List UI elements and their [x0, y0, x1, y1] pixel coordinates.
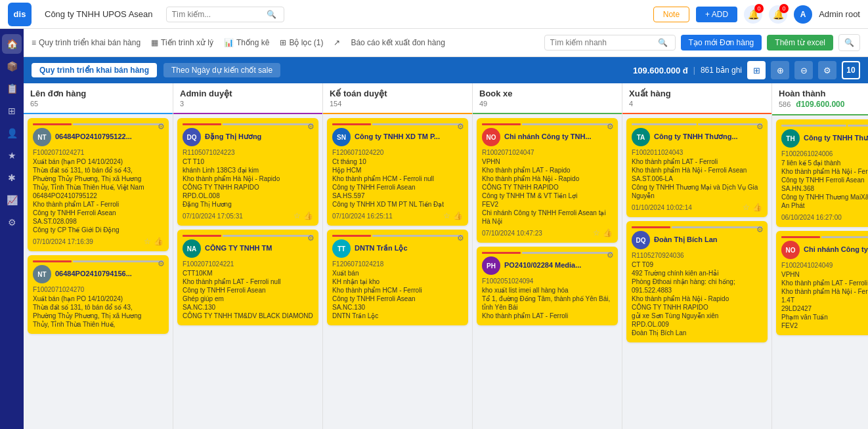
card-line: VPHN	[781, 270, 868, 279]
card-gear-icon[interactable]: ⚙	[158, 122, 165, 131]
card-c5[interactable]: ⚙SNCông ty TNHH XD TM P...F1206071024220…	[327, 118, 468, 226]
notifications-icon[interactable]: 🔔 0	[744, 5, 762, 24]
list-icon: ≡	[32, 38, 36, 47]
card-line: SA.HN.368	[781, 184, 868, 193]
sidebar-list[interactable]: 📋	[2, 79, 22, 98]
sidebar-users[interactable]: 👤	[2, 123, 22, 143]
thumb-icon[interactable]: 👍	[752, 203, 762, 212]
card-gear-icon[interactable]: ⚙	[457, 234, 464, 243]
star-icon[interactable]: ☆	[743, 203, 750, 212]
toolbar-process[interactable]: ≡ Quy trình triển khai bán hàng	[32, 38, 141, 47]
card-code: F1002071024271	[33, 149, 163, 156]
sidebar-home[interactable]: 🏠	[2, 34, 22, 54]
card-gear-icon[interactable]: ⚙	[158, 259, 165, 268]
add-button[interactable]: + ADD	[696, 7, 737, 22]
card-line: CÔNG TY TNHH RAPIDO	[183, 183, 313, 192]
admin-name[interactable]: Admin root	[819, 9, 860, 19]
star-icon[interactable]: ☆	[593, 228, 600, 237]
search-input[interactable]	[172, 10, 264, 19]
card-gear-icon[interactable]: ⚙	[607, 122, 614, 131]
star-icon[interactable]: ☆	[144, 237, 151, 246]
card-line: SA.NC.130	[332, 303, 463, 312]
col-count-admin-duyet: 3	[180, 100, 184, 108]
sidebar-settings[interactable]: ⚙	[2, 213, 22, 232]
card-line: Kho thành phẩm LAT - Ferroli null	[183, 277, 313, 286]
quick-search[interactable]: 🔍	[544, 35, 676, 51]
star-icon[interactable]: ☆	[293, 211, 301, 220]
card-gear-icon[interactable]: ⚙	[756, 122, 764, 131]
sub-toolbar-process[interactable]: Quy trình triển khai bán hàng	[32, 63, 157, 77]
quick-search-input[interactable]	[550, 38, 655, 47]
grid-view-button[interactable]: ⊞	[747, 61, 766, 79]
card-name: Công ty TNHH Thương...	[804, 134, 868, 142]
card-gear-icon[interactable]: ⚙	[307, 122, 315, 131]
card-c7[interactable]: ⚙NOChi nhánh Công ty TNH...R100207102404…	[477, 118, 618, 243]
zoom-out-button[interactable]: ⊖	[794, 61, 813, 79]
sidebar-star[interactable]: ★	[2, 146, 22, 165]
card-gear-icon[interactable]: ⚙	[307, 234, 315, 243]
card-name: PO2410/02284 Media...	[504, 261, 613, 270]
kanban-column-hoan-thanh: Hoàn thành 586 đ109.600.000 ⚙THCông ty T…	[772, 83, 868, 429]
col-title-ke-toan-duyet: Kế toán duyệt	[330, 89, 387, 98]
toolbar-report[interactable]: Báo cáo kết xuất đon hàng	[351, 38, 445, 47]
card-c12[interactable]: ⚙NOChi nhánh Công ty TNH...F100204102404…	[776, 231, 868, 335]
card-name: 06484PO2410795122...	[55, 133, 163, 141]
zoom-in-button[interactable]: ⊕	[771, 61, 789, 79]
settings-view-button[interactable]: ⚙	[818, 61, 836, 79]
card-line: Kho thành phẩm Hà Nội - Ferroli Asean	[632, 166, 762, 174]
export-icon: ↗	[334, 38, 340, 47]
create-order-button[interactable]: Tạo mới Đơn hàng	[681, 35, 762, 51]
avatar[interactable]: A	[794, 5, 812, 24]
sidebar-chart[interactable]: 📈	[2, 190, 22, 210]
card-name: Chi nhánh Công ty TNH...	[804, 245, 868, 254]
card-c1[interactable]: ⚙NT06484PO2410795122...F1002071024271Xuấ…	[28, 118, 169, 251]
thumb-icon[interactable]: 👍	[303, 211, 313, 220]
card-c10[interactable]: ⚙DQĐoàn Thị Bích LanR1105270924036CT T09…	[626, 221, 768, 342]
col-body-len-don-hang: ⚙NT06484PO2410795122...F1002071024271Xuấ…	[24, 114, 173, 429]
toolbar-progress[interactable]: ▦ Tiến trình xử lý	[151, 38, 213, 47]
card-c4[interactable]: ⚙NACÔNG TY TNHH TMF1002071024221CTT10KMK…	[177, 230, 318, 325]
sub-toolbar-date-tag[interactable]: Theo Ngày dự kiến chốt sale	[163, 63, 280, 77]
card-line: Hộp HCM	[332, 166, 463, 174]
card-c3[interactable]: ⚙DQĐặng Thị HươngR1105071024223CT T10khá…	[177, 118, 318, 226]
card-line: Phường Thủy Phương, Thị xã Hương	[33, 174, 163, 183]
card-gear-icon[interactable]: ⚙	[457, 122, 464, 131]
card-c9[interactable]: ⚙TACông ty TNHH Thương...F1002011024043K…	[626, 118, 768, 217]
card-gear-icon[interactable]: ⚙	[756, 225, 764, 234]
app-logo[interactable]: dis	[8, 3, 32, 26]
card-footer: 01/10/2024 10:02:14 ☆ 👍	[632, 203, 762, 212]
card-gear-icon[interactable]: ⚙	[607, 251, 614, 260]
card-c6[interactable]: ⚙TTDNTN Trần LộcF1206071024218Xuất bánKH…	[327, 230, 468, 325]
navbar-search[interactable]: 🔍	[166, 7, 284, 22]
card-line: Kho thành phẩm Hà Nội - Rapido	[482, 174, 613, 183]
card-c2[interactable]: ⚙NT06484PO2410794156...F1002071024270Xuấ…	[28, 255, 169, 334]
alerts-icon[interactable]: 🔔 0	[769, 5, 787, 24]
more-options-button[interactable]: 🔍	[838, 34, 860, 51]
thumb-icon[interactable]: 👍	[154, 237, 163, 246]
card-line: SA.ST.028.098	[33, 217, 163, 226]
card-c8[interactable]: ⚙PHPO2410/02284 Media...F1002051024094kh…	[477, 247, 618, 325]
card-line: Công ty TNHH Ferroli Asean	[183, 286, 313, 295]
note-button[interactable]: Note	[653, 7, 689, 22]
col-body-hoan-thanh: ⚙THCông ty TNHH Thương...F10020610240067…	[772, 115, 868, 429]
sidebar-packages[interactable]: 📦	[2, 56, 22, 76]
card-line: Phạm văn Tuấn	[781, 313, 868, 321]
card-date: 07/10/2024 16:25:11	[332, 213, 393, 220]
card-footer: 06/10/2024 16:27:00 ☆ 👍	[781, 213, 868, 222]
toolbar-export-icon[interactable]: ↗	[334, 38, 340, 47]
import-excel-button[interactable]: Thêm từ excel	[767, 35, 833, 51]
kanban-column-admin-duyet: Admin duyệt 3 ⚙DQĐặng Thị HươngR11050710…	[173, 83, 323, 429]
card-c11[interactable]: ⚙THCông ty TNHH Thương...F10020610240067…	[776, 119, 868, 227]
thumb-icon[interactable]: 👍	[603, 228, 613, 237]
kanban-board: Lên đơn hàng 65 ⚙NT06484PO2410795122...F…	[24, 83, 868, 429]
col-title-len-don-hang: Lên đơn hàng	[30, 89, 86, 98]
card-line: Thừa đất số 131, tô bán đổ số 43,	[33, 166, 163, 174]
thumb-icon[interactable]: 👍	[453, 211, 463, 220]
toolbar-stats[interactable]: 📊 Thống kê	[224, 38, 269, 47]
progress-icon: ▦	[151, 38, 158, 47]
star-icon[interactable]: ☆	[443, 211, 450, 220]
toolbar-filter[interactable]: ⊞ Bộ lọc (1)	[280, 38, 323, 47]
sidebar-asterisk[interactable]: ✱	[2, 168, 22, 188]
col-body-xuat-hang: ⚙TACông ty TNHH Thương...F1002011024043K…	[622, 114, 771, 429]
sidebar-grid[interactable]: ⊞	[2, 101, 22, 121]
